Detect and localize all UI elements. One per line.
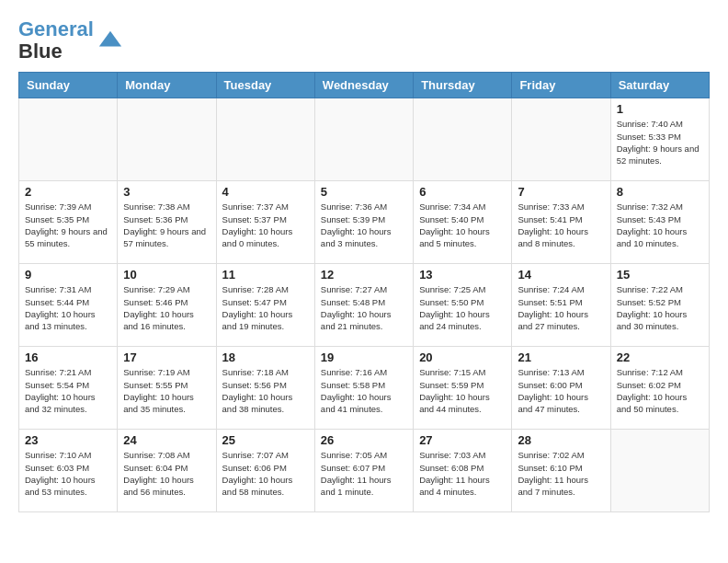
calendar-cell: 14Sunrise: 7:24 AM Sunset: 5:51 PM Dayli… bbox=[512, 264, 610, 347]
calendar-cell: 21Sunrise: 7:13 AM Sunset: 6:00 PM Dayli… bbox=[512, 347, 610, 430]
day-number: 1 bbox=[617, 102, 703, 116]
calendar-cell: 5Sunrise: 7:36 AM Sunset: 5:39 PM Daylig… bbox=[314, 181, 413, 264]
calendar-cell: 13Sunrise: 7:25 AM Sunset: 5:50 PM Dayli… bbox=[414, 264, 512, 347]
calendar-cell bbox=[118, 98, 216, 181]
day-info: Sunrise: 7:31 AM Sunset: 5:44 PM Dayligh… bbox=[25, 283, 111, 332]
day-number: 8 bbox=[617, 185, 703, 199]
svg-marker-0 bbox=[99, 31, 121, 47]
day-info: Sunrise: 7:32 AM Sunset: 5:43 PM Dayligh… bbox=[617, 201, 703, 249]
calendar-cell bbox=[314, 98, 413, 181]
calendar-cell bbox=[19, 98, 118, 181]
calendar-cell: 12Sunrise: 7:27 AM Sunset: 5:48 PM Dayli… bbox=[314, 264, 413, 347]
calendar-cell: 25Sunrise: 7:07 AM Sunset: 6:06 PM Dayli… bbox=[216, 430, 314, 512]
day-info: Sunrise: 7:07 AM Sunset: 6:06 PM Dayligh… bbox=[222, 449, 309, 498]
day-number: 15 bbox=[617, 268, 703, 282]
calendar-week-4: 23Sunrise: 7:10 AM Sunset: 6:03 PM Dayli… bbox=[19, 430, 710, 512]
day-number: 10 bbox=[123, 268, 210, 282]
day-number: 21 bbox=[518, 350, 604, 364]
day-number: 13 bbox=[419, 268, 506, 282]
weekday-header-tuesday: Tuesday bbox=[216, 73, 314, 98]
day-info: Sunrise: 7:22 AM Sunset: 5:52 PM Dayligh… bbox=[617, 283, 703, 332]
day-number: 27 bbox=[419, 433, 506, 447]
day-number: 18 bbox=[222, 350, 309, 364]
calendar-cell bbox=[610, 430, 709, 512]
calendar-cell: 28Sunrise: 7:02 AM Sunset: 6:10 PM Dayli… bbox=[512, 430, 610, 512]
day-info: Sunrise: 7:36 AM Sunset: 5:39 PM Dayligh… bbox=[321, 201, 407, 249]
day-info: Sunrise: 7:10 AM Sunset: 6:03 PM Dayligh… bbox=[25, 449, 111, 498]
day-info: Sunrise: 7:38 AM Sunset: 5:36 PM Dayligh… bbox=[123, 201, 210, 249]
day-info: Sunrise: 7:39 AM Sunset: 5:35 PM Dayligh… bbox=[25, 201, 111, 249]
calendar-cell bbox=[216, 98, 314, 181]
weekday-header-monday: Monday bbox=[118, 73, 216, 98]
day-number: 16 bbox=[25, 350, 111, 364]
day-info: Sunrise: 7:12 AM Sunset: 6:02 PM Dayligh… bbox=[617, 366, 703, 415]
calendar-cell: 11Sunrise: 7:28 AM Sunset: 5:47 PM Dayli… bbox=[216, 264, 314, 347]
calendar-cell: 3Sunrise: 7:38 AM Sunset: 5:36 PM Daylig… bbox=[118, 181, 216, 264]
calendar-cell: 6Sunrise: 7:34 AM Sunset: 5:40 PM Daylig… bbox=[414, 181, 512, 264]
logo-text: GeneralBlue bbox=[18, 18, 94, 63]
calendar-week-3: 16Sunrise: 7:21 AM Sunset: 5:54 PM Dayli… bbox=[19, 347, 710, 430]
calendar-table: SundayMondayTuesdayWednesdayThursdayFrid… bbox=[18, 72, 710, 512]
weekday-header-row: SundayMondayTuesdayWednesdayThursdayFrid… bbox=[19, 73, 710, 98]
calendar-cell: 19Sunrise: 7:16 AM Sunset: 5:58 PM Dayli… bbox=[314, 347, 413, 430]
calendar-cell: 24Sunrise: 7:08 AM Sunset: 6:04 PM Dayli… bbox=[118, 430, 216, 512]
day-info: Sunrise: 7:16 AM Sunset: 5:58 PM Dayligh… bbox=[321, 366, 407, 415]
calendar-cell: 1Sunrise: 7:40 AM Sunset: 5:33 PM Daylig… bbox=[610, 98, 709, 181]
day-info: Sunrise: 7:15 AM Sunset: 5:59 PM Dayligh… bbox=[419, 366, 506, 415]
calendar-cell: 23Sunrise: 7:10 AM Sunset: 6:03 PM Dayli… bbox=[19, 430, 118, 512]
day-number: 4 bbox=[222, 185, 309, 199]
day-info: Sunrise: 7:02 AM Sunset: 6:10 PM Dayligh… bbox=[518, 449, 604, 498]
calendar-week-1: 2Sunrise: 7:39 AM Sunset: 5:35 PM Daylig… bbox=[19, 181, 710, 264]
calendar-cell: 17Sunrise: 7:19 AM Sunset: 5:55 PM Dayli… bbox=[118, 347, 216, 430]
calendar-cell: 2Sunrise: 7:39 AM Sunset: 5:35 PM Daylig… bbox=[19, 181, 118, 264]
day-info: Sunrise: 7:19 AM Sunset: 5:55 PM Dayligh… bbox=[123, 366, 210, 415]
calendar-cell: 18Sunrise: 7:18 AM Sunset: 5:56 PM Dayli… bbox=[216, 347, 314, 430]
calendar-cell: 4Sunrise: 7:37 AM Sunset: 5:37 PM Daylig… bbox=[216, 181, 314, 264]
logo-icon bbox=[97, 28, 123, 53]
day-number: 17 bbox=[123, 350, 210, 364]
day-info: Sunrise: 7:08 AM Sunset: 6:04 PM Dayligh… bbox=[123, 449, 210, 498]
day-info: Sunrise: 7:27 AM Sunset: 5:48 PM Dayligh… bbox=[321, 283, 407, 332]
day-info: Sunrise: 7:21 AM Sunset: 5:54 PM Dayligh… bbox=[25, 366, 111, 415]
calendar-cell: 10Sunrise: 7:29 AM Sunset: 5:46 PM Dayli… bbox=[118, 264, 216, 347]
weekday-header-saturday: Saturday bbox=[610, 73, 709, 98]
day-info: Sunrise: 7:37 AM Sunset: 5:37 PM Dayligh… bbox=[222, 201, 309, 249]
calendar-cell: 16Sunrise: 7:21 AM Sunset: 5:54 PM Dayli… bbox=[19, 347, 118, 430]
weekday-header-thursday: Thursday bbox=[414, 73, 512, 98]
day-number: 20 bbox=[419, 350, 506, 364]
calendar-cell: 20Sunrise: 7:15 AM Sunset: 5:59 PM Dayli… bbox=[414, 347, 512, 430]
calendar-cell: 8Sunrise: 7:32 AM Sunset: 5:43 PM Daylig… bbox=[610, 181, 709, 264]
calendar-body: 1Sunrise: 7:40 AM Sunset: 5:33 PM Daylig… bbox=[19, 98, 710, 512]
day-info: Sunrise: 7:13 AM Sunset: 6:00 PM Dayligh… bbox=[518, 366, 604, 415]
page-header: GeneralBlue bbox=[18, 18, 710, 63]
calendar-week-0: 1Sunrise: 7:40 AM Sunset: 5:33 PM Daylig… bbox=[19, 98, 710, 181]
day-number: 22 bbox=[617, 350, 703, 364]
weekday-header-sunday: Sunday bbox=[19, 73, 118, 98]
logo: GeneralBlue bbox=[18, 18, 123, 63]
day-number: 24 bbox=[123, 433, 210, 447]
calendar-cell: 9Sunrise: 7:31 AM Sunset: 5:44 PM Daylig… bbox=[19, 264, 118, 347]
day-info: Sunrise: 7:18 AM Sunset: 5:56 PM Dayligh… bbox=[222, 366, 309, 415]
calendar-cell bbox=[414, 98, 512, 181]
day-number: 12 bbox=[321, 268, 407, 282]
day-number: 28 bbox=[518, 433, 604, 447]
day-number: 7 bbox=[518, 185, 604, 199]
day-number: 6 bbox=[419, 185, 506, 199]
calendar-cell: 7Sunrise: 7:33 AM Sunset: 5:41 PM Daylig… bbox=[512, 181, 610, 264]
day-number: 5 bbox=[321, 185, 407, 199]
day-number: 14 bbox=[518, 268, 604, 282]
day-info: Sunrise: 7:25 AM Sunset: 5:50 PM Dayligh… bbox=[419, 283, 506, 332]
day-number: 3 bbox=[123, 185, 210, 199]
day-info: Sunrise: 7:33 AM Sunset: 5:41 PM Dayligh… bbox=[518, 201, 604, 249]
day-number: 11 bbox=[222, 268, 309, 282]
weekday-header-friday: Friday bbox=[512, 73, 610, 98]
day-info: Sunrise: 7:05 AM Sunset: 6:07 PM Dayligh… bbox=[321, 449, 407, 498]
day-info: Sunrise: 7:24 AM Sunset: 5:51 PM Dayligh… bbox=[518, 283, 604, 332]
day-info: Sunrise: 7:03 AM Sunset: 6:08 PM Dayligh… bbox=[419, 449, 506, 498]
weekday-header-wednesday: Wednesday bbox=[314, 73, 413, 98]
day-info: Sunrise: 7:28 AM Sunset: 5:47 PM Dayligh… bbox=[222, 283, 309, 332]
day-info: Sunrise: 7:29 AM Sunset: 5:46 PM Dayligh… bbox=[123, 283, 210, 332]
day-number: 26 bbox=[321, 433, 407, 447]
calendar-cell bbox=[512, 98, 610, 181]
calendar-week-2: 9Sunrise: 7:31 AM Sunset: 5:44 PM Daylig… bbox=[19, 264, 710, 347]
